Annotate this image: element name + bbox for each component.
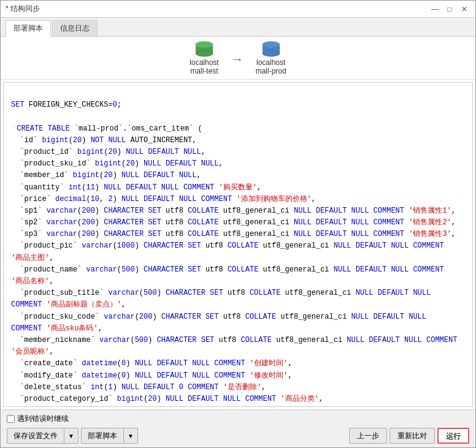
deploy-script-split: 部署脚本 ▼ [81,428,138,444]
sql-editor[interactable]: SET FOREIGN_KEY_CHECKS=0; ⁻CREATE TABLE … [3,82,473,407]
target-db-icon [260,41,282,58]
title-bar-left: * 结构同步 [6,4,40,14]
minimize-button[interactable]: ― [429,3,441,15]
source-db: mall-test [190,67,218,75]
source-db-icon [193,41,215,58]
maximize-button[interactable]: □ [443,3,456,15]
window-title: * 结构同步 [6,4,40,14]
footer-area: 遇到错误时继续 保存设置文件 ▼ 部署脚本 ▼ 上一步 重新比对 运行 [1,409,475,447]
close-button[interactable]: ✕ [458,3,470,15]
target-db: mall-prod [256,67,286,75]
tab-deploy[interactable]: 部署脚本 [6,20,51,37]
continue-on-error-checkbox[interactable] [7,415,15,423]
title-controls: ― □ ✕ [429,3,470,15]
run-button[interactable]: 运行 [437,428,469,444]
sync-arrow: → [231,52,244,66]
svg-point-2 [196,50,213,56]
checkbox-row: 遇到错误时继续 [7,414,469,424]
svg-point-3 [196,42,213,48]
title-bar: * 结构同步 ― □ ✕ [1,1,475,18]
tab-log[interactable]: 信息日志 [52,20,98,36]
source-host: localhost [190,58,218,67]
target-host: localhost [256,58,285,67]
save-settings-button[interactable]: 保存设置文件 [7,428,64,444]
main-window: * 结构同步 ― □ ✕ 部署脚本 信息日志 localhost mall-te… [0,0,476,448]
continue-on-error-label: 遇到错误时继续 [17,414,69,424]
svg-point-7 [263,42,280,48]
recompare-button[interactable]: 重新比对 [390,428,435,444]
tab-bar: 部署脚本 信息日志 [1,18,475,37]
deploy-script-button[interactable]: 部署脚本 [81,428,123,444]
source-endpoint: localhost mall-test [190,41,218,75]
prev-button[interactable]: 上一步 [349,428,387,444]
content-area: SET FOREIGN_KEY_CHECKS=0; ⁻CREATE TABLE … [1,80,475,409]
save-settings-dropdown[interactable]: ▼ [64,428,79,444]
sync-header: localhost mall-test → localhost mall-pro… [1,37,475,80]
button-row: 保存设置文件 ▼ 部署脚本 ▼ 上一步 重新比对 运行 [7,428,469,444]
save-settings-split: 保存设置文件 ▼ [7,428,79,444]
target-endpoint: localhost mall-prod [256,41,286,75]
deploy-script-dropdown[interactable]: ▼ [123,428,138,444]
svg-point-6 [263,50,280,56]
